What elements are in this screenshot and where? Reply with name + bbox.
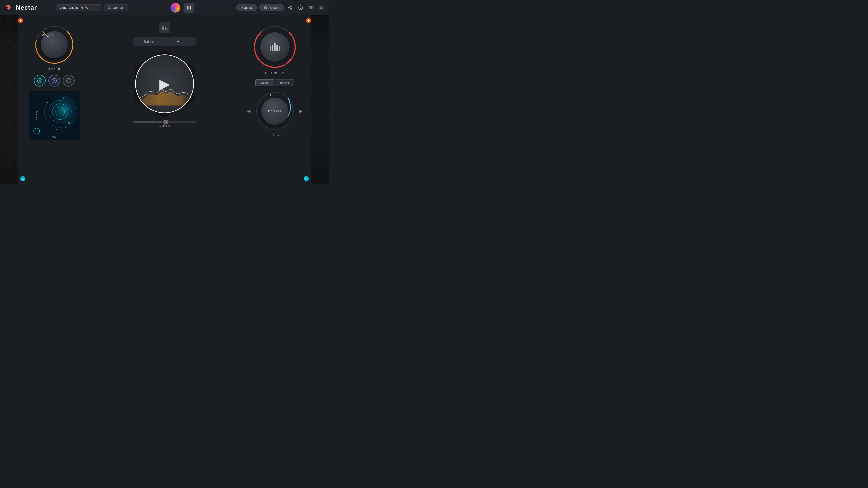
midi-icon (309, 6, 313, 9)
svg-point-72 (283, 94, 284, 95)
svg-point-75 (289, 121, 290, 122)
shape-knob-ring (34, 24, 74, 65)
char-button-3[interactable] (63, 75, 74, 87)
intensity-label: INTENSITY (265, 71, 285, 75)
svg-point-32 (54, 78, 55, 79)
slider-fill (133, 121, 166, 123)
intensity-bars-icon (269, 43, 281, 51)
logo-n-button[interactable]: N (317, 4, 326, 12)
svg-point-29 (39, 79, 41, 82)
width-slider[interactable] (133, 121, 196, 123)
svg-point-76 (283, 127, 284, 128)
svg-marker-6 (264, 7, 265, 8)
midi-button[interactable] (307, 4, 315, 12)
svg-point-43 (53, 120, 54, 121)
header: Nectar Verse Vocals - N ✏️ Unmask Bypass (0, 0, 329, 15)
visualizer-pad[interactable]: Intensity Mix (28, 91, 80, 141)
svg-rect-64 (270, 46, 271, 51)
unmask-button[interactable]: Unmask (104, 4, 128, 11)
octaves-knob-label: Octaves (268, 109, 282, 113)
right-column: INTENSITY Voices Backer ◀ (243, 20, 307, 180)
viz-mix-label: Mix (52, 136, 57, 139)
viz-intensity-label: Intensity (35, 110, 38, 122)
hex-bg-left (0, 15, 18, 184)
svg-rect-48 (163, 26, 164, 30)
svg-point-19 (72, 44, 73, 45)
hex-bg-right (311, 15, 329, 184)
svg-point-7 (289, 7, 291, 8)
question-icon: ? (298, 5, 303, 10)
char-button-1[interactable] (34, 75, 46, 87)
grid-view-button[interactable] (184, 3, 194, 13)
slider-thumb[interactable] (164, 120, 168, 124)
svg-rect-1 (108, 7, 111, 8)
svg-point-81 (266, 94, 267, 95)
left-column: SHAPE (23, 20, 86, 180)
svg-rect-66 (274, 43, 276, 51)
bypass-button[interactable]: Bypass (236, 4, 257, 11)
style-dropdown[interactable]: Balanced ▾ (133, 37, 196, 46)
voice-tab-group: Voices Backer (255, 79, 294, 86)
logo-area: Nectar (4, 3, 53, 13)
svg-point-24 (35, 44, 36, 45)
preset-name: Verse Vocals - N (59, 6, 83, 9)
play-icon: ▶ (159, 76, 170, 92)
iris-button[interactable] (170, 3, 180, 13)
left-side-panel (0, 15, 18, 184)
indicator-icon-tr: ⚙ (307, 19, 310, 22)
unmask-label: Unmask (113, 6, 124, 9)
viz-position-indicator[interactable] (33, 128, 40, 134)
play-area: ▶ (131, 50, 198, 118)
svg-point-44 (63, 97, 64, 99)
svg-point-55 (292, 37, 293, 38)
char-icon-1 (37, 78, 43, 84)
bl-indicator-icon: ⬡ (20, 176, 25, 181)
voices-tab[interactable]: Voices (255, 79, 274, 86)
octaves-section: ◀ (243, 91, 307, 137)
svg-point-41 (68, 122, 70, 124)
settings-button[interactable] (286, 4, 294, 12)
relearn-label: Relearn (269, 6, 280, 9)
play-button[interactable]: ▶ (135, 55, 194, 113)
char-button-2[interactable] (49, 75, 60, 87)
svg-point-20 (70, 54, 71, 55)
svg-rect-68 (279, 46, 280, 51)
resize-handle[interactable]: ⤡ (325, 181, 327, 184)
svg-point-73 (289, 101, 290, 102)
intensity-knob[interactable] (260, 32, 289, 62)
svg-rect-47 (162, 27, 163, 30)
indicator-icon: ⚙ (19, 19, 22, 22)
logo-icon (4, 3, 13, 13)
svg-point-56 (295, 46, 296, 48)
br-indicator-icon: ⬡ (304, 176, 309, 181)
relearn-button[interactable]: Relearn (259, 4, 284, 11)
svg-point-17 (63, 28, 64, 29)
svg-point-62 (257, 37, 258, 38)
svg-point-71 (274, 92, 275, 93)
octaves-row: ◀ (243, 91, 307, 131)
edit-preset-icon[interactable]: ✏️ (85, 6, 89, 9)
octaves-prev-arrow[interactable]: ◀ (246, 108, 252, 115)
app-title: Nectar (16, 4, 37, 11)
module-icon[interactable] (159, 22, 170, 33)
octaves-knob[interactable]: Octaves (261, 98, 288, 125)
width-label: WIDTH (159, 125, 170, 128)
svg-point-74 (293, 111, 294, 111)
module-bars-icon (161, 25, 168, 30)
help-button[interactable]: ? (297, 4, 305, 12)
svg-rect-5 (190, 6, 191, 9)
svg-rect-50 (166, 28, 167, 30)
preset-selector[interactable]: Verse Vocals - N ✏️ (56, 4, 101, 11)
style-value: Balanced (138, 40, 163, 44)
shape-knob[interactable] (41, 31, 68, 58)
center-column: Balanced ▾ (90, 20, 239, 180)
octaves-next-arrow[interactable]: ▶ (298, 108, 304, 115)
intensity-knob-ring (252, 24, 298, 70)
main-content: ⚙ ⚙ (0, 15, 329, 184)
svg-point-40 (47, 102, 49, 103)
char-icon-3 (66, 78, 72, 84)
svg-point-63 (264, 29, 265, 30)
svg-rect-3 (187, 6, 188, 9)
svg-point-80 (259, 101, 260, 102)
backer-tab[interactable]: Backer (275, 79, 294, 86)
